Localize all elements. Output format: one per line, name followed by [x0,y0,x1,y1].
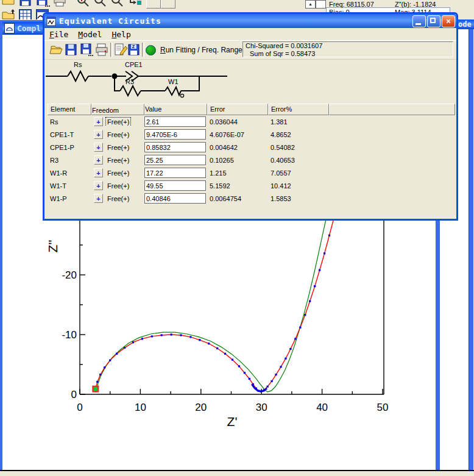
element-name: CPE1-T [48,131,91,138]
circuit-diagram: Rs CPE1 R3 W1 [46,60,235,101]
dialog-title-bar[interactable]: Equivalent Circuits × [44,14,456,28]
error-percent-value: 1.5853 [268,195,329,202]
table-row: Rs+Free(+)0.0360441.381 [48,115,455,128]
run-status-dot [146,45,156,55]
value-cell [144,142,207,152]
table-row: W1-R+Free(+)1.2157.0557 [48,166,455,179]
zoom-out-icon[interactable] [93,0,107,7]
minimize-button[interactable] [412,15,426,27]
open-model-icon[interactable] [49,43,63,57]
menu-help[interactable]: Help [107,29,135,40]
circuit-label-w1: W1 [168,78,179,85]
error-value: 0.0064754 [207,195,268,202]
error-value: 4.6076E-07 [207,131,268,138]
freedom-selector[interactable]: Free(+) [106,143,130,152]
edit-parameters-icon[interactable] [113,43,128,57]
column-header-error[interactable]: Error [207,104,268,115]
expand-button[interactable]: + [94,117,103,126]
status-bar [0,471,474,476]
error-percent-value: 0.54082 [268,144,329,151]
error-percent-value: 0.40653 [268,157,329,164]
error-percent-value: 10.412 [268,182,329,190]
dialog-menu-bar: FileModelHelp [44,28,456,41]
save-icon[interactable] [18,0,33,7]
table-row: CPE1-P+Free(+)0.0046420.54082 [48,141,455,154]
menu-model[interactable]: Model [73,29,107,40]
freedom-cell: +Free(+) [91,194,144,203]
scroll-up-button[interactable]: ▲ [305,0,316,9]
value-input[interactable] [144,116,206,127]
open-data-icon[interactable] [1,9,16,20]
zoom-in-icon[interactable] [76,0,90,7]
zoom-reset-icon[interactable] [110,0,124,7]
expand-button[interactable]: + [94,168,103,177]
freedom-cell: +Free(+) [91,130,144,139]
data-table-icon[interactable] [18,9,33,20]
toolbar-separator [142,43,144,57]
element-name: W1-P [48,195,91,202]
print-icon[interactable] [52,0,67,7]
print-results-icon[interactable] [94,43,109,57]
toolbar-separator [110,43,113,57]
expand-button[interactable]: + [94,194,103,203]
error-value: 0.004642 [207,144,268,151]
element-name: W1-T [48,182,91,190]
nyquist-window-icon [4,23,15,34]
value-input[interactable] [144,180,206,191]
freedom-selector[interactable]: Free(+) [106,182,130,190]
save-model-icon[interactable] [64,43,79,57]
maximize-button[interactable] [427,15,440,27]
value-cell [144,193,207,204]
table-row: R3+Free(+)0.102650.40653 [48,154,455,166]
error-percent-value: 7.0557 [268,169,329,177]
expand-button[interactable]: + [94,155,103,165]
value-cell [144,155,207,165]
freedom-selector[interactable]: Free(+) [106,118,130,126]
close-button[interactable]: × [442,15,455,27]
freedom-cell: +Free(+) [91,181,144,190]
goto-point-icon[interactable] [128,0,143,7]
save-z-data-icon[interactable]: Z [127,43,141,57]
value-input[interactable] [144,193,206,204]
freedom-selector[interactable]: Free(+) [106,194,130,203]
toolbar-button-2[interactable] [161,0,175,9]
value-input[interactable] [144,129,206,140]
error-value: 5.1592 [207,182,268,190]
app-screen: ▲ Freq: 68115.07 Z"(b): -1.1824 Bias: 0 … [0,0,474,476]
value-input[interactable] [144,168,206,178]
column-header-blank[interactable] [329,104,455,115]
error-value: 0.036044 [207,118,268,126]
table-row: W1-P+Free(+)0.00647541.5853 [48,192,455,205]
freedom-selector[interactable]: Free(+) [106,130,130,139]
value-cell [144,129,207,140]
column-header-element[interactable]: Element [48,104,91,115]
complex-title-text: Compl [17,24,41,33]
freedom-selector[interactable]: Free(+) [106,156,130,165]
save-as-icon[interactable] [35,0,50,7]
run-fitting-button[interactable]: Run Fitting / Freq. Range [160,46,242,54]
value-input[interactable] [144,155,206,165]
parameter-table: ElementFreedomValueErrorError%Rs+Free(+)… [48,104,455,205]
expand-button[interactable]: + [94,130,103,139]
element-name: W1-R [48,169,91,177]
value-cell [144,116,207,127]
error-value: 1.215 [207,169,268,177]
expand-button[interactable]: + [94,181,103,190]
value-input[interactable] [144,142,206,152]
circuit-label-r3: R3 [126,78,134,85]
column-header-value[interactable]: Value [144,104,207,115]
freedom-selector[interactable]: Free(+) [106,169,130,177]
value-cell [144,180,207,191]
toolbar-button-1[interactable] [146,0,161,9]
scroll-down-button[interactable] [316,0,326,9]
open-file-icon[interactable] [1,0,16,7]
save-model-as-icon[interactable] [79,43,94,57]
element-name: CPE1-P [48,144,91,151]
status-freq: Freq: 68115.07 [329,1,374,8]
column-header-error[interactable]: Error% [268,104,329,115]
chi-squared-value: Chi-Squared = 0.0031607 [246,42,450,50]
freedom-cell: +Free(+) [91,117,144,126]
column-header-freedom[interactable]: Freedom [91,104,144,115]
menu-file[interactable]: File [44,29,73,40]
expand-button[interactable]: + [94,143,103,152]
